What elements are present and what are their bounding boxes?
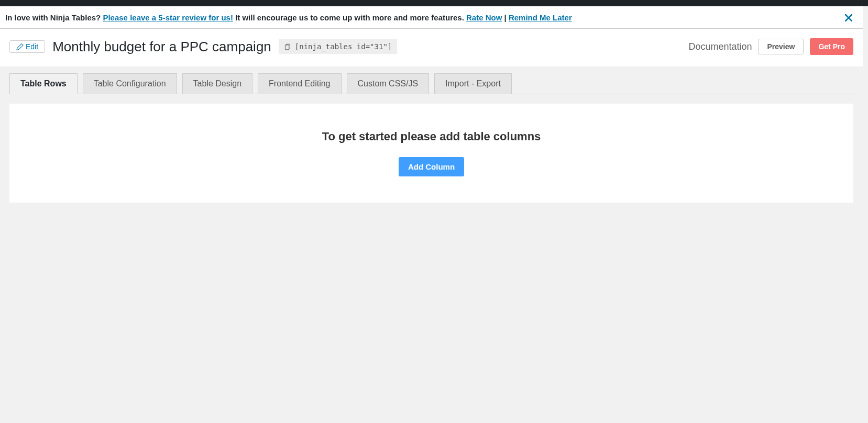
shortcode-display[interactable]: [ninja_tables id="31"] bbox=[279, 39, 397, 54]
add-column-button[interactable]: Add Column bbox=[399, 157, 464, 176]
tab-frontend-editing[interactable]: Frontend Editing bbox=[258, 73, 341, 94]
remind-later-link[interactable]: Remind Me Later bbox=[509, 13, 572, 22]
tab-table-rows[interactable]: Table Rows bbox=[9, 73, 78, 94]
review-notice: In love with Ninja Tables? Please leave … bbox=[0, 6, 863, 29]
wp-admin-bar bbox=[0, 0, 868, 6]
header-actions: Documentation Preview Get Pro bbox=[688, 38, 853, 55]
close-icon[interactable] bbox=[845, 13, 852, 22]
notice-pre-text: In love with Ninja Tables? bbox=[5, 13, 103, 22]
notice-mid-text: It will encourage us to come up with mor… bbox=[235, 13, 466, 22]
pencil-icon bbox=[16, 42, 24, 51]
get-pro-button[interactable]: Get Pro bbox=[810, 38, 853, 55]
notice-text: In love with Ninja Tables? Please leave … bbox=[5, 13, 572, 22]
tab-custom-css-js[interactable]: Custom CSS/JS bbox=[347, 73, 430, 94]
tab-table-configuration[interactable]: Table Configuration bbox=[83, 73, 177, 94]
copy-icon bbox=[284, 42, 291, 51]
rate-now-link[interactable]: Rate Now bbox=[466, 13, 502, 22]
notice-separator: | bbox=[504, 13, 509, 22]
edit-button[interactable]: Edit bbox=[9, 40, 45, 53]
tab-table-design[interactable]: Table Design bbox=[182, 73, 253, 94]
tab-import-export[interactable]: Import - Export bbox=[434, 73, 512, 94]
svg-rect-0 bbox=[285, 45, 289, 50]
tabs-container: Table Rows Table Configuration Table Des… bbox=[0, 67, 863, 94]
preview-button[interactable]: Preview bbox=[758, 39, 804, 54]
edit-label: Edit bbox=[26, 42, 38, 51]
page-header: Edit Monthly budget for a PPC campaign [… bbox=[0, 29, 863, 67]
leave-review-link[interactable]: Please leave a 5-star review for us! bbox=[103, 13, 233, 22]
empty-state-title: To get started please add table columns bbox=[20, 130, 843, 143]
tabs-nav: Table Rows Table Configuration Table Des… bbox=[9, 73, 853, 94]
documentation-link[interactable]: Documentation bbox=[688, 41, 752, 52]
empty-state-card: To get started please add table columns … bbox=[9, 104, 853, 203]
shortcode-text: [ninja_tables id="31"] bbox=[295, 42, 392, 51]
page-title: Monthly budget for a PPC campaign bbox=[52, 39, 271, 55]
